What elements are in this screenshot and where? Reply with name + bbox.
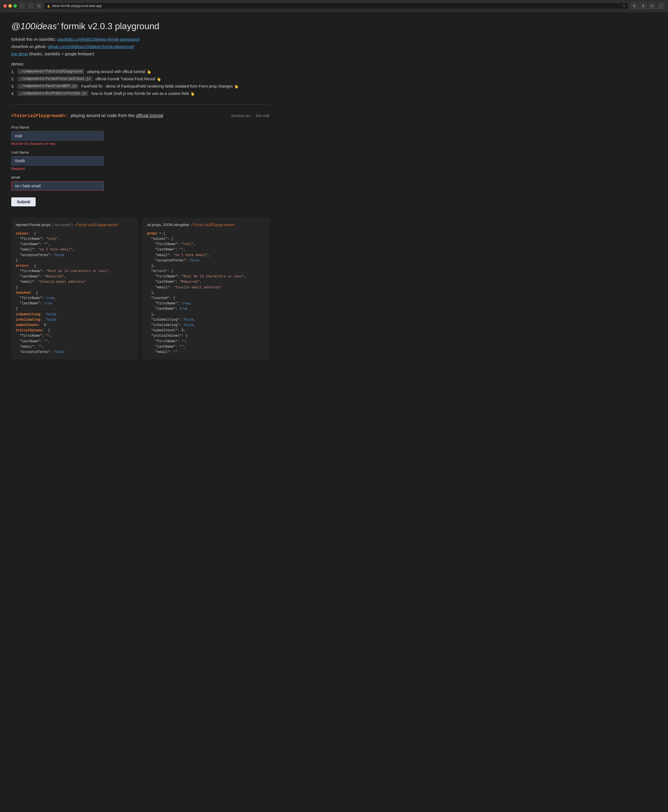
- window-icon[interactable]: ⧉: [648, 2, 656, 10]
- tutorial-form: First Name Must be 15 characters or less…: [11, 125, 124, 206]
- debug-panel-left: injected Formik props ("non-empty") <Tut…: [11, 217, 138, 359]
- live-demo-link[interactable]: live demo: [11, 52, 28, 56]
- live-edit-link[interactable]: live edit: [256, 114, 269, 118]
- add-tab-button[interactable]: +: [657, 2, 665, 10]
- list-item: 2. ./components/FormikTutorialFinal.js o…: [11, 76, 269, 82]
- close-button[interactable]: [3, 4, 7, 8]
- toolbar-icons: ⬇ ⬆ ⧉ +: [630, 2, 665, 10]
- stackblitz-line: fork/edit this on stackblitz: stackblitz…: [11, 37, 269, 42]
- github-line: clone/fork on github: github.com/100idea…: [11, 44, 269, 49]
- share-icon[interactable]: ⬆: [640, 2, 647, 10]
- list-item: 3. ./components/FastFieldDIY.js FastFiel…: [11, 84, 269, 89]
- last-name-input[interactable]: [11, 156, 104, 165]
- playground-links: browse src live edit: [232, 114, 269, 118]
- first-name-error: Must be 15 characters or less: [11, 142, 124, 146]
- address-bar[interactable]: 🔒 ideas-formik-playground.web.app ↻: [44, 3, 628, 9]
- list-item: 1. ./components/TutorialPlayground playi…: [11, 69, 269, 74]
- email-input[interactable]: [11, 181, 104, 190]
- list-item: 4. ./components/DraftEditorFormik.js how…: [11, 91, 269, 96]
- playground-header: <TutorialPlayground>: playing around w/ …: [11, 113, 269, 119]
- first-name-group: First Name Must be 15 characters or less: [11, 125, 124, 146]
- first-name-input[interactable]: [11, 131, 104, 141]
- live-demo-line: live demo (thanks, stackblitz + google f…: [11, 52, 269, 56]
- debug-panel-right: all props, JSON.stringified <TutorialPla…: [143, 217, 269, 359]
- sidebar-toggle-button[interactable]: ⊞: [36, 3, 42, 9]
- email-label: email: [11, 175, 124, 179]
- download-icon[interactable]: ⬇: [630, 2, 638, 10]
- page-title: @100ideas' formik v2.0.3 playground: [11, 21, 269, 32]
- submit-button[interactable]: Submit: [11, 197, 36, 206]
- back-button[interactable]: ‹: [19, 3, 25, 9]
- minimize-button[interactable]: [8, 4, 12, 8]
- url-text: ideas-formik-playground.web.app: [52, 4, 102, 8]
- traffic-lights: [3, 4, 17, 8]
- demos-list: 1. ./components/TutorialPlayground playi…: [11, 69, 269, 96]
- official-tutorial-link[interactable]: official tutorial: [136, 113, 164, 118]
- fullscreen-button[interactable]: [13, 4, 17, 8]
- debug-left-code: values: { "firstName": "cool", "lastName…: [16, 231, 134, 355]
- stackblitz-link[interactable]: stackblitz.com/edit/100ideas-formik-play…: [57, 37, 139, 42]
- github-link[interactable]: github.com/100ideas/100ideas-formik-play…: [48, 44, 134, 49]
- playground-desc: playing around w/ code from the official…: [71, 113, 164, 118]
- browser-chrome: ‹ › ⊞ 🔒 ideas-formik-playground.web.app …: [0, 0, 668, 12]
- main-content: @100ideas' formik v2.0.3 playground fork…: [0, 12, 281, 371]
- demos-label: demos:: [11, 62, 269, 66]
- debug-panel-left-header: injected Formik props ("non-empty") <Tut…: [16, 222, 134, 228]
- forward-button[interactable]: ›: [27, 3, 34, 9]
- reload-icon[interactable]: ↻: [623, 4, 626, 8]
- debug-right-code: props = { "values": { "firstName": "cool…: [147, 231, 265, 355]
- last-name-label: Last Name: [11, 150, 124, 154]
- debug-panel-right-header: all props, JSON.stringified <TutorialPla…: [147, 222, 265, 228]
- last-name-group: Last Name Required: [11, 150, 124, 171]
- last-name-error: Required: [11, 167, 124, 171]
- email-group: email: [11, 175, 124, 190]
- first-name-label: First Name: [11, 125, 124, 129]
- browse-src-link[interactable]: browse src: [232, 114, 250, 118]
- lock-icon: 🔒: [47, 5, 50, 8]
- section-divider: [11, 104, 269, 105]
- debug-section: injected Formik props ("non-empty") <Tut…: [11, 217, 269, 359]
- component-tag: <TutorialPlayground>:: [11, 114, 68, 119]
